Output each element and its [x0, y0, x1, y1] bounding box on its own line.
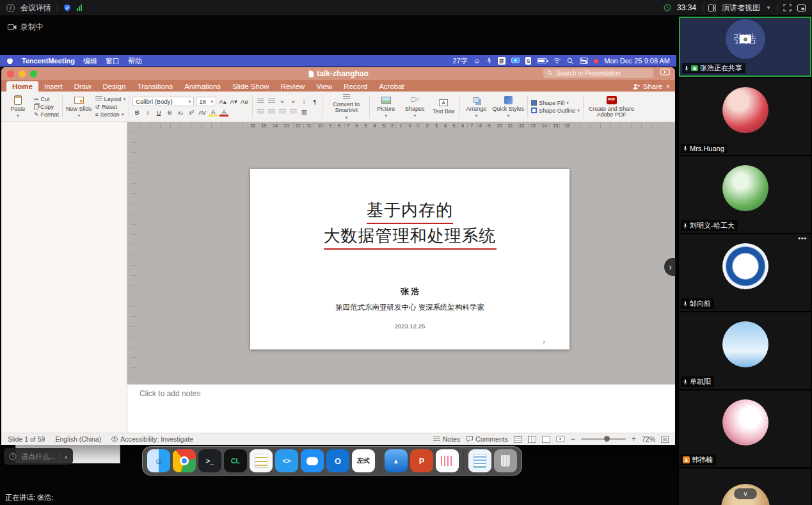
fullscreen-icon[interactable] — [783, 4, 792, 12]
accessibility-status[interactable]: Accessibility: Investigate — [111, 435, 193, 443]
notes-toggle-button[interactable]: Notes — [433, 435, 460, 443]
layout-button[interactable]: Layout▾ — [95, 96, 126, 102]
finder-icon[interactable]: ☺ — [147, 449, 170, 472]
emoji-picker-icon[interactable]: ☺ — [474, 57, 481, 65]
sogou-input-icon[interactable]: S — [525, 57, 531, 65]
bold-button[interactable]: B — [132, 108, 141, 116]
network-signal-icon[interactable] — [77, 4, 82, 11]
zoom-out-button[interactable]: − — [571, 435, 575, 444]
search-in-presentation[interactable]: Search in Presentation — [543, 68, 653, 78]
clear-formatting-button[interactable]: A⌀ — [240, 97, 249, 106]
slideshow-view-button[interactable] — [556, 436, 565, 443]
tile-more-menu[interactable]: ••• — [798, 235, 807, 242]
participant-tile-liumingyi[interactable]: 刘明义-哈工大 — [679, 156, 811, 233]
participant-tile-hanyinan[interactable]: 韩祎楠 — [679, 390, 811, 467]
bullets-button[interactable] — [256, 97, 265, 106]
clion-icon[interactable]: CL — [224, 449, 247, 472]
tab-home[interactable]: Home — [6, 81, 38, 92]
view-mode-selector[interactable]: 演讲者视图 — [722, 3, 760, 13]
menubar-clock[interactable]: Mon Dec 25 9:08 AM — [604, 57, 670, 65]
font-name-select[interactable]: Calibri (Body)▾ — [132, 97, 194, 106]
shape-outline-button[interactable]: Shape Outline▾ — [531, 108, 580, 114]
powerpoint-icon[interactable]: P — [410, 449, 433, 472]
text-direction-button[interactable]: ¶ — [310, 97, 319, 106]
chat-collapse-button[interactable]: ‹ — [65, 452, 67, 461]
messages-icon[interactable] — [301, 449, 324, 472]
zoom-slider[interactable] — [581, 438, 626, 440]
zoom-level[interactable]: 72% — [642, 435, 655, 443]
comments-toggle-button[interactable]: Comments — [466, 435, 508, 443]
language-indicator[interactable]: English (China) — [55, 435, 101, 443]
share-button[interactable]: Share ∧ — [632, 83, 670, 92]
float-window-icon[interactable] — [797, 4, 806, 12]
tab-insert[interactable]: Insert — [38, 81, 68, 92]
reading-view-button[interactable] — [542, 436, 550, 443]
italic-button[interactable]: I — [143, 108, 152, 116]
align-center-button[interactable] — [267, 108, 276, 116]
subscript-button[interactable]: x₂ — [176, 108, 185, 116]
sidebar-scroll-down-button[interactable]: ∨ — [734, 488, 757, 499]
docs-app-icon[interactable]: ▲ — [385, 449, 408, 472]
presenter-view-icon[interactable] — [660, 68, 670, 77]
font-color-button[interactable]: A — [219, 108, 228, 116]
menubar-menu-edit[interactable]: 编辑 — [83, 56, 97, 66]
participant-tile-shankaiyang[interactable]: 单凯阳 — [679, 312, 811, 389]
slide-canvas[interactable]: 基于内存的 大数据管理和处理系统 张 浩 第四范式东南亚研发中心 资深系统架构科… — [250, 169, 569, 349]
battery-icon[interactable] — [537, 58, 547, 63]
font-size-select[interactable]: 18▾ — [196, 97, 216, 106]
justify-button[interactable] — [289, 108, 298, 116]
tab-acrobat[interactable]: Acrobat — [373, 81, 410, 92]
minimize-window-button[interactable] — [19, 70, 26, 77]
decrease-font-button[interactable]: A▾ — [229, 97, 238, 106]
screen-mirroring-icon[interactable] — [511, 58, 520, 64]
cut-button[interactable]: ✂Cut — [34, 96, 59, 102]
outlook-icon[interactable]: O — [326, 449, 349, 472]
tab-view[interactable]: View — [310, 81, 338, 92]
participant-tile-zhanghao[interactable]: 张浩 ▣ 张浩正在共享 — [679, 17, 811, 77]
highlight-color-button[interactable]: A — [209, 108, 218, 116]
menubar-menu-help[interactable]: 帮助 — [128, 56, 142, 66]
files-app-icon[interactable] — [250, 449, 273, 472]
section-button[interactable]: ≡Section▾ — [95, 111, 126, 118]
numbering-button[interactable] — [267, 97, 276, 106]
menubar-app-name[interactable]: TencentMeeting — [22, 57, 75, 65]
chrome-icon[interactable] — [173, 449, 196, 472]
participant-tile-zouxiangqian[interactable]: ••• 邹向前 — [679, 234, 811, 311]
format-painter-button[interactable]: ✎Format — [34, 111, 59, 118]
zoom-in-button[interactable]: + — [632, 435, 636, 444]
screen-record-dot-icon[interactable] — [594, 59, 598, 63]
align-right-button[interactable] — [278, 108, 287, 116]
chat-input[interactable]: 说点什么... ‹ — [4, 448, 73, 465]
menubar-menu-window[interactable]: 窗口 — [106, 56, 120, 66]
shape-fill-button[interactable]: Shape Fill▾ — [531, 100, 580, 106]
wifi-icon[interactable] — [553, 58, 561, 64]
tab-review[interactable]: Review — [275, 81, 311, 92]
mic-status-icon[interactable] — [486, 57, 492, 65]
apple-logo-icon[interactable] — [6, 57, 13, 65]
texteditor-icon[interactable] — [468, 449, 491, 472]
character-spacing-button[interactable]: AV — [198, 108, 207, 116]
security-shield-icon[interactable] — [63, 4, 71, 12]
activity-monitor-icon[interactable] — [436, 449, 459, 472]
copy-button[interactable]: Copy — [34, 104, 59, 110]
reset-button[interactable]: ↺Reset — [95, 104, 126, 110]
vscode-icon[interactable]: <> — [275, 449, 298, 472]
participant-tile-mrshuang[interactable]: Mrs.Huang — [679, 78, 811, 155]
columns-button[interactable]: ▥ — [299, 108, 308, 116]
tab-slide-show[interactable]: Slide Show — [227, 81, 275, 92]
meeting-details-button[interactable]: 会议详情 — [20, 3, 51, 13]
picture-button[interactable]: Picture ▾ — [373, 93, 399, 120]
arrange-button[interactable]: Arrange ▾ — [463, 93, 489, 120]
quick-styles-button[interactable]: Quick Styles ▾ — [492, 93, 524, 120]
trash-icon[interactable] — [494, 449, 517, 472]
fit-to-window-button[interactable] — [661, 436, 669, 443]
strikethrough-button[interactable]: S — [165, 108, 174, 116]
tab-draw[interactable]: Draw — [68, 81, 97, 92]
increase-indent-button[interactable]: » — [289, 97, 298, 106]
text-box-button[interactable]: A Text Box — [431, 93, 456, 120]
participant-tile-partial[interactable] — [679, 469, 811, 505]
increase-font-button[interactable]: A▴ — [218, 97, 227, 106]
normal-view-button[interactable] — [514, 436, 522, 443]
paste-button[interactable]: Paste ▾ — [5, 93, 31, 120]
zuoshi-app-icon[interactable]: 左式 — [352, 449, 375, 472]
